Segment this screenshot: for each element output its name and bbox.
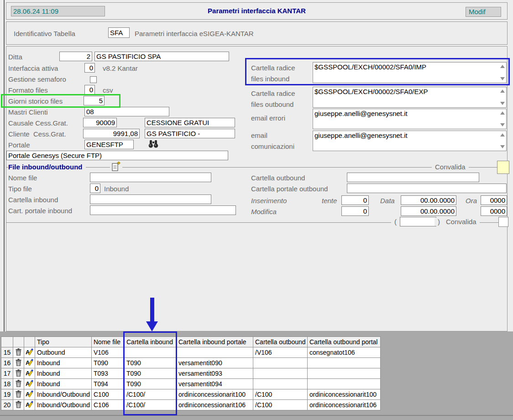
edit-cell[interactable]: A — [24, 347, 35, 358]
inserimento-data-input[interactable] — [401, 195, 456, 205]
cliente-description-input[interactable] — [145, 129, 235, 138]
formato-files-input[interactable] — [84, 85, 95, 94]
row-number[interactable]: 16 — [1, 358, 13, 368]
cell-nome-file[interactable]: T090 — [92, 358, 125, 368]
cell-cartella-inbound-portale[interactable]: versamentit093 — [177, 368, 253, 379]
ditta-code-input[interactable] — [59, 52, 92, 61]
delete-cell[interactable] — [13, 379, 24, 389]
delete-cell[interactable] — [13, 389, 24, 400]
cell-nome-file[interactable]: C106 — [92, 400, 125, 410]
cell-cartella-inbound-portale[interactable]: versamentit094 — [177, 379, 253, 389]
cell-cartella-outbound[interactable] — [253, 358, 308, 368]
cartella-outbound-input[interactable] — [347, 173, 479, 182]
inserimento-utente-input[interactable] — [341, 195, 369, 205]
edit-icon[interactable]: A — [26, 360, 33, 367]
new-document-icon[interactable] — [110, 162, 122, 173]
row-number[interactable]: 19 — [1, 389, 13, 400]
edit-cell[interactable]: A — [24, 389, 35, 400]
cell-cartella-inbound[interactable]: T090 — [125, 358, 177, 368]
convalida-flag-box[interactable] — [497, 161, 509, 174]
cell-cartella-outbound-portale[interactable]: ordiniconcessionarit106 — [308, 400, 381, 410]
ditta-name-input[interactable] — [94, 52, 229, 61]
cliente-code-input[interactable] — [83, 129, 140, 138]
modifica-utente-input[interactable] — [341, 206, 369, 216]
cell-cartella-outbound-portale[interactable] — [308, 368, 381, 379]
row-number[interactable]: 17 — [1, 368, 13, 379]
cell-cartella-outbound[interactable] — [253, 368, 308, 379]
edit-icon[interactable]: A — [26, 370, 33, 378]
cell-cartella-inbound[interactable] — [125, 347, 177, 358]
edit-icon[interactable]: A — [26, 391, 33, 399]
scroll-down-icon[interactable] — [500, 77, 505, 80]
cell-cartella-outbound[interactable]: /C100 — [253, 400, 308, 410]
cell-tipo[interactable]: Outbound — [35, 347, 92, 358]
cell-tipo[interactable]: Inbound/Outbound — [35, 389, 92, 400]
causale-description-input[interactable] — [145, 118, 235, 127]
cell-cartella-inbound[interactable]: /C100/ — [125, 400, 177, 410]
row-number[interactable]: 20 — [1, 400, 13, 410]
cell-cartella-inbound-portale[interactable] — [177, 347, 253, 358]
cell-cartella-inbound-portale[interactable]: ordiniconcessionarit100 — [177, 389, 253, 400]
cell-cartella-outbound-portale[interactable] — [308, 379, 381, 389]
portale-description-input[interactable] — [6, 151, 228, 160]
delete-cell[interactable] — [13, 358, 24, 368]
edit-cell[interactable]: A — [24, 368, 35, 379]
cartella-radice-inbound-field[interactable]: $GSSPOOL/EXCH/00002/SFA0/IMP — [313, 62, 507, 83]
cell-nome-file[interactable]: T093 — [92, 368, 125, 379]
trash-icon[interactable] — [16, 392, 21, 399]
edit-icon[interactable]: A — [26, 402, 33, 409]
cell-nome-file[interactable]: V106 — [92, 347, 125, 358]
delete-cell[interactable] — [13, 347, 24, 358]
cell-cartella-inbound-portale[interactable]: ordiniconcessionarit106 — [177, 400, 253, 410]
interfaccia-attiva-input[interactable] — [84, 63, 95, 73]
portale-input[interactable] — [84, 140, 134, 149]
cartella-radice-outbound-field[interactable]: $GSSPOOL/EXCH/00002/SFA0/EXP — [313, 87, 507, 108]
trash-icon[interactable] — [16, 402, 21, 410]
row-number[interactable]: 18 — [1, 379, 13, 389]
edit-cell[interactable]: A — [24, 400, 35, 410]
cell-cartella-inbound[interactable]: /C100/ — [125, 389, 177, 400]
tipo-file-input[interactable] — [90, 184, 100, 193]
cell-cartella-outbound-portale[interactable]: ordiniconcessionarit100 — [308, 389, 381, 400]
cell-cartella-outbound[interactable] — [253, 379, 308, 389]
modifica-data-input[interactable] — [401, 206, 456, 216]
trash-icon[interactable] — [16, 381, 21, 388]
convalida-checkbox[interactable] — [498, 217, 508, 227]
binoculars-icon[interactable] — [148, 140, 158, 150]
scroll-up-icon[interactable] — [500, 65, 505, 68]
trash-icon[interactable] — [16, 371, 21, 378]
causale-code-input[interactable] — [83, 118, 117, 127]
identificativo-input[interactable] — [108, 27, 130, 38]
modif-button[interactable]: Modif — [466, 7, 501, 17]
cell-cartella-inbound-portale[interactable]: versamentit090 — [177, 358, 253, 368]
gestione-semaforo-checkbox[interactable] — [90, 76, 97, 83]
cell-cartella-inbound[interactable]: T090 — [125, 368, 177, 379]
cell-nome-file[interactable]: C100 — [92, 389, 125, 400]
email-errori-field[interactable]: giuseppe.anelli@genesysnet.it — [313, 109, 507, 129]
cell-tipo[interactable]: Inbound — [35, 358, 92, 368]
scroll-down-icon[interactable] — [500, 123, 505, 126]
cartella-portale-outbound-input[interactable] — [347, 184, 507, 193]
cart-portale-inbound-input[interactable] — [90, 205, 236, 215]
cell-nome-file[interactable]: T094 — [92, 379, 125, 389]
inserimento-ora-input[interactable] — [481, 195, 507, 205]
edit-icon[interactable]: A — [26, 381, 33, 388]
cell-tipo[interactable]: Inbound — [35, 368, 92, 379]
cartella-inbound-input[interactable] — [90, 194, 211, 204]
cell-cartella-outbound-portale[interactable]: consegnatot106 — [308, 347, 381, 358]
cell-cartella-inbound[interactable]: T090 — [125, 379, 177, 389]
edit-cell[interactable]: A — [24, 379, 35, 389]
cell-cartella-outbound[interactable]: /V106 — [253, 347, 308, 358]
scroll-up-icon[interactable] — [500, 111, 505, 115]
scroll-up-icon[interactable] — [500, 133, 505, 136]
mastri-clienti-input[interactable] — [84, 107, 169, 116]
cell-cartella-outbound-portale[interactable] — [308, 358, 381, 368]
edit-icon[interactable]: A — [26, 349, 33, 357]
delete-cell[interactable] — [13, 400, 24, 410]
cell-tipo[interactable]: Inbound/Outbound — [35, 400, 92, 410]
delete-cell[interactable] — [13, 368, 24, 379]
scroll-up-icon[interactable] — [500, 89, 505, 93]
cell-tipo[interactable]: Inbound — [35, 379, 92, 389]
modifica-ora-input[interactable] — [481, 206, 507, 216]
nome-file-input[interactable] — [90, 173, 211, 182]
